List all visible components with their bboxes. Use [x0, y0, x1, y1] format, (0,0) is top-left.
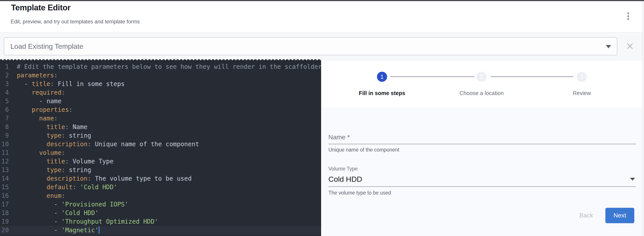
- line-number: 5: [0, 97, 9, 105]
- code-line: 17 - 'Provisioned IOPS': [0, 200, 321, 209]
- line-number: 3: [0, 80, 9, 88]
- code-lines: 1# Edit the template parameters below to…: [0, 62, 321, 235]
- step-1-circle[interactable]: 1: [377, 72, 387, 82]
- code-line: 18 - 'Cold HDD': [0, 209, 321, 217]
- code-text: description: Unique name of the componen…: [9, 140, 199, 148]
- code-line: 1# Edit the template parameters below to…: [0, 62, 321, 71]
- step-connector: [491, 76, 573, 77]
- name-input[interactable]: Name *: [321, 130, 642, 147]
- volume-select-underline: [328, 186, 636, 187]
- code-line: 4 required:: [0, 88, 321, 97]
- code-text: description: The volume type to be used: [9, 174, 192, 183]
- line-number: 10: [0, 140, 9, 148]
- line-number: 6: [0, 105, 9, 114]
- line-number: 2: [0, 71, 9, 80]
- code-text: - name: [9, 97, 61, 105]
- code-text: title: Name: [9, 123, 88, 131]
- line-number: 11: [0, 148, 9, 157]
- code-line: 19 - 'Throughput Optimized HDD': [0, 217, 321, 226]
- line-number: 13: [0, 166, 9, 174]
- step-1-label: Fill in some steps: [359, 90, 405, 96]
- code-line: 15 default: 'Cold HDD': [0, 183, 321, 192]
- code-text: - 'Provisioned IOPS': [9, 200, 128, 209]
- line-number: 18: [0, 209, 9, 217]
- clear-template-button[interactable]: [622, 39, 638, 54]
- code-text: - 'Magnetic': [9, 226, 100, 235]
- line-number: 4: [0, 88, 9, 97]
- step-2-label: Choose a location: [460, 90, 504, 96]
- step-3-circle[interactable]: 3: [577, 72, 587, 82]
- name-input-label: Name *: [328, 134, 350, 141]
- code-text: type: string: [9, 166, 91, 174]
- name-input-underline: [328, 144, 636, 144]
- code-line: 6 properties:: [0, 105, 321, 114]
- code-line: 5 - name: [0, 97, 321, 105]
- code-line: 13 type: string: [0, 166, 321, 174]
- name-input-helper: Unique name of the component: [328, 147, 399, 153]
- yaml-code-editor[interactable]: 1# Edit the template parameters below to…: [0, 60, 321, 236]
- line-number: 7: [0, 114, 9, 123]
- code-text: - title: Fill in some steps: [9, 80, 125, 88]
- line-number: 19: [0, 217, 9, 226]
- step-connector: [390, 76, 474, 77]
- volume-type-helper: The volume type to be used: [328, 190, 391, 196]
- kebab-icon: [627, 12, 629, 14]
- code-text: enum:: [9, 192, 65, 200]
- kebab-menu-button[interactable]: [625, 12, 631, 21]
- line-number: 16: [0, 192, 9, 200]
- caret-down-icon: [606, 45, 611, 48]
- line-number: 15: [0, 183, 9, 192]
- volume-type-select[interactable]: Volume Type Cold HDD: [321, 163, 642, 188]
- code-line: 14 description: The volume type to be us…: [0, 174, 321, 183]
- code-line: 10 description: Unique name of the compo…: [0, 140, 321, 148]
- step-number: 1: [380, 74, 384, 80]
- load-select-placeholder: Load Existing Template: [10, 38, 83, 55]
- code-text: title: Volume Type: [9, 157, 114, 166]
- code-line: 9 type: string: [0, 131, 321, 140]
- code-text: name:: [9, 114, 58, 123]
- step-number: 3: [580, 74, 583, 80]
- caret-down-icon: [630, 178, 635, 181]
- line-number: 12: [0, 157, 9, 166]
- step-3-label: Review: [573, 90, 591, 96]
- volume-type-label: Volume Type: [328, 166, 358, 172]
- code-line: 20 - 'Magnetic': [0, 226, 321, 235]
- code-line: 16 enum:: [0, 192, 321, 200]
- line-number: 20: [0, 226, 9, 235]
- line-number: 9: [0, 131, 9, 140]
- page-subtitle: Edit, preview, and try out templates and…: [10, 18, 140, 25]
- code-line: 12 title: Volume Type: [0, 157, 321, 166]
- text-cursor: [99, 227, 100, 234]
- code-line: 11 volume:: [0, 148, 321, 157]
- form-preview-panel: 1 2 3 Fill in some steps Choose a locati…: [321, 60, 642, 236]
- page-scrollbar[interactable]: [642, 1, 644, 236]
- code-text: volume:: [9, 148, 65, 157]
- line-number: 1: [0, 62, 9, 71]
- template-editor-page: Template Editor Edit, preview, and try o…: [0, 0, 644, 236]
- kebab-icon: [627, 18, 629, 20]
- load-existing-template-select[interactable]: Load Existing Template: [4, 37, 617, 55]
- code-line: 8 title: Name: [0, 123, 321, 131]
- back-button[interactable]: Back: [574, 208, 598, 223]
- code-text: type: string: [9, 131, 91, 140]
- code-line: 2parameters:: [0, 71, 321, 80]
- code-text: default: 'Cold HDD': [9, 183, 117, 192]
- step-number: 2: [480, 74, 483, 80]
- code-text: required:: [9, 88, 65, 97]
- line-number: 17: [0, 200, 9, 209]
- next-button[interactable]: Next: [606, 208, 634, 223]
- page-title: Template Editor: [11, 3, 70, 12]
- line-number: 8: [0, 123, 9, 131]
- code-text: properties:: [9, 105, 72, 114]
- code-line: 7 name:: [0, 114, 321, 123]
- stepper: 1 2 3 Fill in some steps Choose a locati…: [321, 60, 642, 108]
- kebab-icon: [627, 15, 629, 17]
- code-text: - 'Cold HDD': [9, 209, 99, 217]
- step-2-circle[interactable]: 2: [476, 72, 487, 82]
- code-line: 3 - title: Fill in some steps: [0, 80, 321, 88]
- form-section: Name * Unique name of the component Volu…: [321, 108, 642, 236]
- volume-type-value: Cold HDD: [328, 175, 362, 184]
- toolbar: Load Existing Template: [0, 32, 644, 60]
- code-text: # Edit the template parameters below to …: [9, 62, 321, 71]
- code-text: parameters:: [9, 71, 58, 80]
